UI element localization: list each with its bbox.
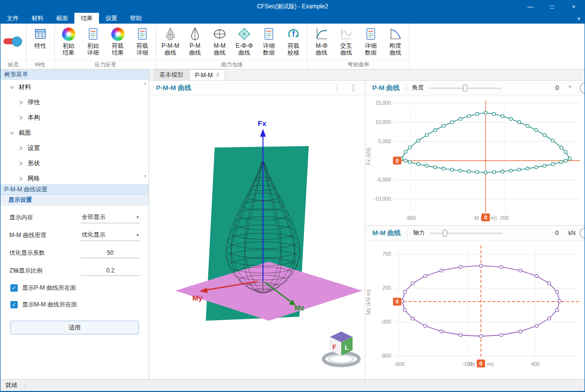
checkbox-0[interactable]: ✓ xyxy=(10,284,18,292)
select-field-1[interactable]: 优化显示▾ xyxy=(81,229,140,241)
menu-item-results[interactable]: 结果 xyxy=(74,13,99,24)
chevron-expanded-icon[interactable] xyxy=(9,131,14,135)
ribbon-collapse-chevron-icon[interactable]: ∨ xyxy=(577,13,581,24)
chart-grid xyxy=(394,100,580,212)
minimize-button[interactable]: — xyxy=(520,0,541,13)
toolbar-button-label: 交互 xyxy=(340,42,352,49)
toolbar-button-label: 校核 xyxy=(288,49,299,56)
toolbar-button-label: P-M xyxy=(190,42,200,49)
toolbar-button-pmm-curve[interactable]: P-M-M曲线 xyxy=(158,26,183,58)
detail-data-2-icon xyxy=(365,27,377,41)
tab-label: P-M-M xyxy=(195,72,213,79)
panel-action-icon[interactable] xyxy=(580,82,585,94)
pm-chart-canvas[interactable]: 15,00010,0005,000-5,000-10,000-800200M (… xyxy=(365,95,584,225)
detail-data-icon xyxy=(263,27,275,41)
toolbar-button-load-check[interactable]: 荷载校核 xyxy=(281,26,306,58)
tree-item-0[interactable]: 材料 xyxy=(0,80,149,95)
menu-item-section[interactable]: 截面 xyxy=(50,13,74,24)
tab-pmm[interactable]: P-M-MX xyxy=(190,69,225,80)
toolbar-button-status-toggle[interactable] xyxy=(2,26,25,57)
input-value: 0.2 xyxy=(82,267,139,274)
checkbox-1[interactable]: ✓ xyxy=(10,301,18,308)
angle-slider[interactable] xyxy=(429,84,502,92)
mm-chart-panel: M-M 曲线 轴力 0 kN 700200-30 xyxy=(365,226,585,379)
maximize-button[interactable]: □ xyxy=(541,0,563,13)
chevron-collapsed-icon[interactable] xyxy=(18,100,23,105)
menu-item-material[interactable]: 材料 xyxy=(25,13,50,24)
toolbar-button-detail-data[interactable]: 详细数据 xyxy=(257,26,281,58)
svg-text:-600: -600 xyxy=(394,361,404,367)
toolbar-button-label: 曲线 xyxy=(316,49,327,56)
toolbar-group: M-Φ曲线交互曲线详细数据刚度曲线弯矩曲率 xyxy=(308,24,410,69)
tree-item-4[interactable]: 设置 xyxy=(0,141,149,156)
toolbar-button-stiffness-curve[interactable]: 刚度曲线 xyxy=(383,26,408,58)
toolbar-button-initial-results[interactable]: 初始结果 xyxy=(56,26,81,58)
toolbar-button-properties[interactable]: 特性 xyxy=(28,26,53,50)
mm-chart-canvas[interactable]: 700200-300-800-600-100400My (kN·m)Mz (kN… xyxy=(365,241,584,371)
chevron-collapsed-icon[interactable] xyxy=(18,116,23,120)
axial-force-slider[interactable] xyxy=(430,229,503,237)
toolbar-button-mm-curve[interactable]: M-M曲线 xyxy=(207,26,232,58)
chevron-collapsed-icon[interactable] xyxy=(18,146,23,151)
input-field-3[interactable]: 0.2 xyxy=(81,266,140,276)
toolbar-button-detail-data-2[interactable]: 详细数据 xyxy=(358,26,383,58)
scroll-up-icon[interactable]: ▲ xyxy=(143,81,147,86)
viewer-body: Fx My Mz xyxy=(149,95,365,379)
toolbar-button-pm-curve[interactable]: P-M曲线 xyxy=(183,26,207,58)
menu-item-file[interactable]: 文件 xyxy=(0,13,25,24)
toolbar-button-load-results[interactable]: 荷载结果 xyxy=(105,26,130,58)
toolbar-group-label: 能力包络 xyxy=(157,60,307,69)
pm-chart-panel: P-M 曲线 角度 0 ° 15,00010,0 xyxy=(365,81,585,226)
tree-item-6[interactable]: 网格 xyxy=(0,171,149,184)
close-button[interactable]: × xyxy=(563,0,585,13)
header-separator xyxy=(336,84,337,92)
slider-handle[interactable] xyxy=(443,230,447,237)
apply-button[interactable]: 适用 xyxy=(10,321,139,334)
menu-item-help[interactable]: 帮助 xyxy=(124,13,148,24)
interaction-curve-icon xyxy=(339,27,353,41)
toolbar-button-label: 结果 xyxy=(63,49,74,56)
properties-icon xyxy=(34,27,47,41)
tree-item-2[interactable]: 本构 xyxy=(0,110,149,125)
svg-text:-5,000: -5,000 xyxy=(376,177,391,182)
initial-results-icon xyxy=(62,27,75,41)
chevron-expanded-icon[interactable] xyxy=(9,85,14,90)
tree-item-1[interactable]: 弹性 xyxy=(0,95,149,110)
pmm-settings-header: P-M-M 曲线设置 xyxy=(0,184,149,195)
tree-item-3[interactable]: 截面 xyxy=(0,125,149,141)
toolbar-button-label: 详细 xyxy=(263,42,275,49)
select-field-0[interactable]: 全部显示▾ xyxy=(81,211,140,223)
slider-track[interactable] xyxy=(430,233,503,234)
toolbar-button-label: 详细 xyxy=(87,49,99,56)
more-options-icon[interactable]: ⋮ xyxy=(350,84,357,92)
slider-handle[interactable] xyxy=(463,85,467,91)
menu-item-settings[interactable]: 设置 xyxy=(99,13,124,24)
tab-basic-model[interactable]: 基本模型 xyxy=(154,69,189,80)
caret-down-icon: ▾ xyxy=(136,214,139,220)
chevron-collapsed-icon[interactable] xyxy=(18,161,23,166)
input-field-2[interactable]: 50 xyxy=(81,248,140,258)
3d-viewport[interactable]: Fx My Mz xyxy=(149,95,364,373)
chevron-collapsed-icon[interactable] xyxy=(18,177,23,181)
caret-down-icon: ▾ xyxy=(136,232,139,238)
toolbar-button-m-phi-curve[interactable]: M-Φ曲线 xyxy=(309,26,334,58)
document-tabbar: 基本模型P-M-MX xyxy=(149,69,585,81)
titlebar: CFSec(测试版) - Example2 — □ × xyxy=(0,0,585,13)
tree-item-label: 材料 xyxy=(19,83,31,91)
svg-text:200: 200 xyxy=(500,215,509,221)
toolbar-button-label: 数据 xyxy=(365,49,377,56)
toolbar-button-interaction-curve[interactable]: 交互曲线 xyxy=(334,26,358,58)
tree-item-5[interactable]: 形状 xyxy=(0,156,149,171)
tree-item-label: 弹性 xyxy=(28,98,40,107)
form-row: M-M 曲线密度优化显示▾ xyxy=(9,226,140,244)
tree-item-label: 截面 xyxy=(19,129,31,137)
toolbar-button-e-phi-phi-curve[interactable]: E-Φ-Φ曲线 xyxy=(232,26,257,58)
tab-close-icon[interactable]: X xyxy=(216,72,220,78)
toolbar-button-label: P-M-M xyxy=(162,42,179,49)
toolbar-button-initial-details[interactable]: 初始详细 xyxy=(81,26,105,58)
toolbar-button-load-details[interactable]: 荷载详细 xyxy=(130,26,155,58)
scroll-down-icon[interactable]: ▼ xyxy=(143,174,147,179)
menubar: 文件材料截面结果设置帮助 ∨ xyxy=(0,13,585,24)
statusbar-separator xyxy=(25,382,26,389)
panel-action-icon[interactable] xyxy=(580,227,585,239)
